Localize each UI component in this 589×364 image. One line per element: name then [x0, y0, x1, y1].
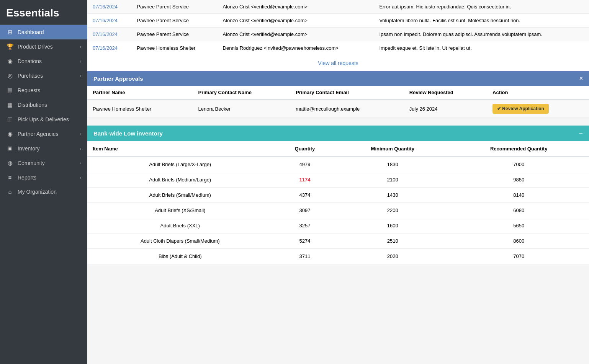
sidebar-item-label-requests: Requests — [18, 87, 81, 93]
purchases-icon: ◎ — [6, 72, 14, 79]
inventory-quantity: 3097 — [273, 203, 337, 218]
request-contact: Alonzo Crist <verified@example.com> — [218, 0, 374, 14]
inventory-quantity: 3711 — [273, 249, 337, 264]
view-all-row: View all requests — [87, 55, 589, 71]
inventory-min-quantity: 1830 — [337, 157, 448, 172]
inventory-min-quantity: 2100 — [337, 172, 448, 188]
inventory-item-name: Adult Briefs (XXL) — [87, 218, 273, 233]
sidebar-item-reports[interactable]: ≡Reports‹ — [0, 170, 87, 184]
inventory-row: Adult Briefs (Large/X-Large)497918307000 — [87, 157, 589, 172]
approvals-column-header: Primary Contact Email — [290, 86, 404, 100]
inventory-column-header: Quantity — [273, 141, 337, 157]
inventory-min-quantity: 1600 — [337, 218, 448, 233]
request-note: Error aut ipsam. Hic iusto repudiandae. … — [374, 0, 589, 14]
table-row: 07/16/2024Pawnee Parent ServiceAlonzo Cr… — [87, 14, 589, 28]
inventory-min-quantity: 1430 — [337, 188, 448, 203]
request-partner: Pawnee Parent Service — [131, 0, 217, 14]
request-partner: Pawnee Parent Service — [131, 28, 217, 41]
inventory-min-quantity: 2200 — [337, 203, 448, 218]
inventory-item-name: Adult Briefs (Small/Medium) — [87, 188, 273, 203]
inventory-item-name: Adult Briefs (XS/Small) — [87, 203, 273, 218]
request-contact: Alonzo Crist <verified@example.com> — [218, 28, 374, 41]
inventory-recommended-quantity: 8140 — [448, 188, 589, 203]
approvals-action-cell: ✔ Review Application — [487, 100, 589, 118]
request-date: 07/16/2024 — [87, 0, 131, 14]
sidebar-item-partner-agencies[interactable]: ◉Partner Agencies‹ — [0, 127, 87, 141]
inventory-icon: ▣ — [6, 145, 14, 152]
request-partner: Pawnee Homeless Shelter — [131, 41, 217, 55]
request-date: 07/16/2024 — [87, 28, 131, 41]
request-date-link[interactable]: 07/16/2024 — [93, 4, 118, 10]
sidebar-item-my-org[interactable]: ⌂My Organization — [0, 184, 87, 199]
sidebar-item-label-dashboard: Dashboard — [18, 29, 81, 35]
approvals-table: Partner NamePrimary Contact NamePrimary … — [87, 86, 589, 118]
brand-logo: Essentials — [0, 0, 87, 25]
partner-approvals-header: Partner Approvals × — [87, 71, 589, 86]
approvals-column-header: Primary Contact Name — [193, 86, 291, 100]
request-note: Impedit eaque et. Sit iste in. Ut repell… — [374, 41, 589, 55]
requests-section: 07/16/2024Pawnee Parent ServiceAlonzo Cr… — [87, 0, 589, 71]
sidebar-item-label-distributions: Distributions — [18, 102, 81, 108]
inventory-quantity: 4979 — [273, 157, 337, 172]
approvals-review-date: July 26 2024 — [404, 100, 487, 118]
request-date-link[interactable]: 07/16/2024 — [93, 45, 118, 51]
community-chevron-icon: ‹ — [80, 161, 81, 165]
inventory-min-quantity: 2510 — [337, 233, 448, 249]
inventory-row: Adult Briefs (Medium/Large)117421009880 — [87, 172, 589, 188]
sidebar-item-label-purchases: Purchases — [18, 73, 76, 79]
sidebar-item-requests[interactable]: ▤Requests — [0, 83, 87, 98]
low-inventory-title: Bank-wide Low inventory — [93, 130, 163, 137]
sidebar-item-donations[interactable]: ◉Donations‹ — [0, 54, 87, 69]
review-application-button[interactable]: ✔ Review Application — [492, 104, 549, 114]
inventory-table: Item NameQuantityMinimum QuantityRecomme… — [87, 141, 589, 264]
sidebar-item-purchases[interactable]: ◎Purchases‹ — [0, 69, 87, 83]
approvals-row: Pawnee Homeless ShelterLenora Beckermatt… — [87, 100, 589, 118]
sidebar-item-label-product-drives: Product Drives — [18, 44, 76, 50]
view-all-requests-link[interactable]: View all requests — [318, 60, 358, 66]
request-note: Ipsam non impedit. Dolorem quas adipisci… — [374, 28, 589, 41]
sidebar: Essentials ⊞Dashboard🏆Product Drives‹◉Do… — [0, 0, 87, 364]
sidebar-item-label-reports: Reports — [18, 175, 76, 181]
inventory-recommended-quantity: 7070 — [448, 249, 589, 264]
sidebar-item-product-drives[interactable]: 🏆Product Drives‹ — [0, 39, 87, 54]
inventory-row: Adult Briefs (Small/Medium)437414308140 — [87, 188, 589, 203]
inventory-row: Bibs (Adult & Child)371120207070 — [87, 249, 589, 264]
sidebar-item-dashboard[interactable]: ⊞Dashboard — [0, 25, 87, 39]
request-partner: Pawnee Parent Service — [131, 14, 217, 28]
inventory-quantity: 5274 — [273, 233, 337, 249]
low-inventory-collapse-button[interactable]: − — [579, 129, 583, 137]
inventory-row: Adult Cloth Diapers (Small/Medium)527425… — [87, 233, 589, 249]
sidebar-item-label-community: Community — [18, 160, 76, 166]
request-contact: Alonzo Crist <verified@example.com> — [218, 14, 374, 28]
request-date-link[interactable]: 07/16/2024 — [93, 31, 118, 37]
sidebar-item-pickups[interactable]: ◫Pick Ups & Deliveries — [0, 112, 87, 127]
sidebar-item-community[interactable]: ◍Community‹ — [0, 156, 87, 170]
approvals-partner-name: Pawnee Homeless Shelter — [87, 100, 193, 118]
inventory-item-name: Adult Briefs (Large/X-Large) — [87, 157, 273, 172]
donations-icon: ◉ — [6, 58, 14, 65]
inventory-min-quantity: 2020 — [337, 249, 448, 264]
community-icon: ◍ — [6, 160, 14, 166]
sidebar-item-label-my-org: My Organization — [18, 189, 81, 195]
inventory-row: Adult Briefs (XXL)325716005650 — [87, 218, 589, 233]
inventory-item-name: Bibs (Adult & Child) — [87, 249, 273, 264]
pickups-icon: ◫ — [6, 116, 14, 123]
main-content: 07/16/2024Pawnee Parent ServiceAlonzo Cr… — [87, 0, 589, 364]
reports-icon: ≡ — [6, 174, 14, 181]
inventory-quantity: 1174 — [273, 172, 337, 188]
approvals-column-header: Partner Name — [87, 86, 193, 100]
partner-approvals-close-button[interactable]: × — [579, 75, 583, 82]
inventory-chevron-icon: ‹ — [80, 146, 81, 151]
request-date-link[interactable]: 07/16/2024 — [93, 18, 118, 23]
inventory-recommended-quantity: 8600 — [448, 233, 589, 249]
purchases-chevron-icon: ‹ — [80, 73, 81, 78]
approvals-column-header: Review Requested — [404, 86, 487, 100]
sidebar-item-inventory[interactable]: ▣Inventory‹ — [0, 141, 87, 156]
inventory-column-header: Item Name — [87, 141, 273, 157]
inventory-recommended-quantity: 7000 — [448, 157, 589, 172]
partner-agencies-chevron-icon: ‹ — [80, 132, 81, 136]
sidebar-item-label-inventory: Inventory — [18, 145, 76, 152]
distributions-icon: ▦ — [6, 101, 14, 108]
inventory-quantity: 3257 — [273, 218, 337, 233]
sidebar-item-distributions[interactable]: ▦Distributions — [0, 98, 87, 112]
